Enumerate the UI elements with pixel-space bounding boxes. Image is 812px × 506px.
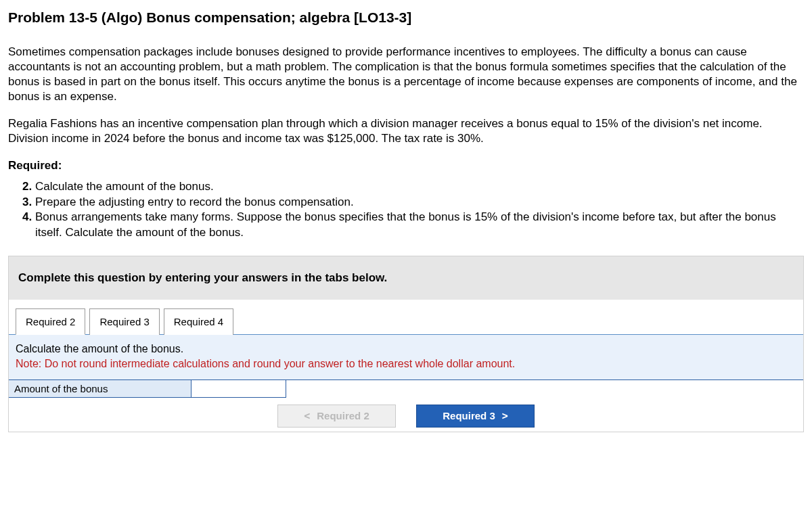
answer-input-cell [191,380,286,398]
answer-input-row: Amount of the bonus [9,380,803,398]
chevron-left-icon: < [304,410,310,422]
intro-paragraph: Sometimes compensation packages include … [8,45,804,104]
next-button[interactable]: Required 3 > [416,405,535,428]
tab-instruction-line: Calculate the amount of the bonus. [16,342,796,356]
requirement-item-4: Bonus arrangements take many forms. Supp… [35,210,804,241]
prev-button: < Required 2 [277,405,396,428]
tab-content: Calculate the amount of the bonus. Note:… [9,334,803,379]
required-heading: Required: [8,159,804,172]
requirements-list: Calculate the amount of the bonus. Prepa… [8,179,804,242]
tab-required-3[interactable]: Required 3 [89,308,159,335]
requirement-item-2: Calculate the amount of the bonus. [35,179,804,195]
requirement-item-3: Prepare the adjusting entry to record th… [35,195,804,210]
answer-panel: Complete this question by entering your … [8,256,804,432]
next-button-label: Required 3 [443,410,495,421]
scenario-paragraph: Regalia Fashions has an incentive compen… [8,116,804,146]
tab-required-2[interactable]: Required 2 [16,308,85,335]
tab-note: Note: Do not round intermediate calculat… [16,356,796,371]
nav-row: < Required 2 Required 3 > [9,398,803,432]
tab-required-4[interactable]: Required 4 [164,308,233,335]
prev-button-label: Required 2 [317,410,369,421]
instruction-band: Complete this question by entering your … [9,256,803,300]
problem-title: Problem 13-5 (Algo) Bonus compensation; … [8,9,804,26]
bonus-amount-input[interactable] [191,380,286,397]
answer-input-label: Amount of the bonus [9,380,191,398]
chevron-right-icon: > [502,410,508,422]
tabs-row: Required 2 Required 3 Required 4 [9,300,803,334]
